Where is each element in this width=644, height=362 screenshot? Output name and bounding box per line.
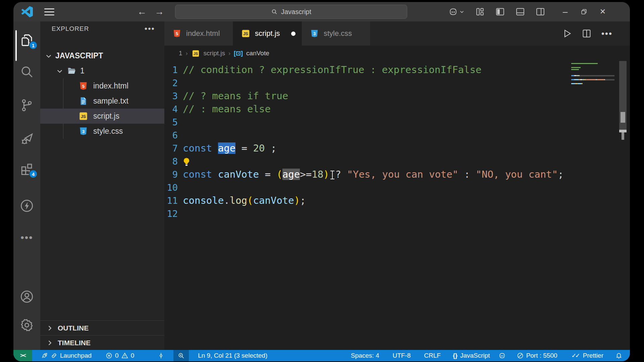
lightning-view-icon[interactable] — [19, 198, 35, 214]
account-icon[interactable] — [19, 289, 35, 305]
line-number: 9 — [164, 168, 178, 181]
eol-status[interactable]: CRLF — [420, 350, 445, 361]
tab-style-css[interactable]: 3 style.css — [302, 21, 371, 46]
code-token: canVote — [253, 195, 294, 206]
explorer-icon[interactable]: 1 — [19, 32, 35, 48]
code-line-12[interactable]: 12 — [164, 207, 630, 220]
code-token: ; — [300, 195, 306, 206]
code-token: // : means else — [183, 103, 271, 115]
file-row-style-css[interactable]: 3 style.css — [40, 124, 164, 139]
unsaved-changes-dot[interactable] — [291, 32, 296, 36]
explorer-more-actions-icon[interactable]: ••• — [145, 24, 155, 34]
settings-gear-icon[interactable] — [19, 317, 35, 333]
extensions-icon[interactable]: 4 — [19, 161, 35, 177]
menu-icon[interactable] — [44, 8, 54, 15]
file-row-script-js[interactable]: JS script.js — [40, 109, 164, 124]
double-check-icon: ✓✓ — [572, 352, 579, 359]
encoding-status[interactable]: UTF-8 — [388, 350, 415, 361]
code-line-3[interactable]: 3// ? means if true — [164, 89, 630, 103]
language-mode-status[interactable]: {} JavaScript — [448, 350, 494, 361]
customize-layout-icon[interactable] — [476, 7, 484, 16]
code-line-11[interactable]: 11console.log(canVote); — [164, 194, 630, 207]
editor-scrollbar[interactable] — [618, 61, 628, 350]
code-line-4[interactable]: 4// : means else — [164, 103, 630, 116]
copilot-status[interactable] — [494, 350, 510, 361]
folder-row[interactable]: 1 — [40, 63, 164, 78]
forward-arrow-button[interactable]: → — [154, 7, 164, 17]
launchpad-status[interactable]: Launchpad — [37, 350, 96, 361]
bell-icon — [615, 352, 622, 359]
run-file-icon[interactable] — [562, 29, 572, 38]
notifications-status[interactable] — [611, 350, 627, 361]
code-line-9[interactable]: 9const canVote = (age>=18)? "Yes, you ca… — [164, 168, 630, 181]
file-row-sample-txt[interactable]: sample.txt — [40, 94, 164, 109]
html-icon: 5 — [172, 29, 181, 38]
line-content — [178, 76, 183, 89]
js-icon: JS — [191, 50, 200, 57]
line-number: 2 — [164, 76, 178, 89]
line-number: 4 — [164, 103, 178, 116]
indentation-status[interactable]: Spaces: 4 — [346, 350, 384, 361]
error-icon — [106, 352, 112, 359]
breadcrumb-folder[interactable]: 1 — [179, 50, 182, 57]
error-count: 0 — [115, 352, 119, 359]
launchpad-label: Launchpad — [60, 352, 92, 359]
remote-indicator[interactable]: >< — [13, 350, 32, 361]
source-control-icon[interactable] — [19, 97, 35, 113]
close-button[interactable]: ✕ — [599, 8, 606, 15]
file-name: sample.txt — [93, 97, 128, 106]
search-view-icon[interactable] — [19, 64, 35, 80]
svg-text:5: 5 — [176, 31, 178, 36]
run-debug-icon[interactable] — [19, 131, 35, 147]
timeline-section[interactable]: TIMELINE — [40, 335, 164, 350]
toggle-primary-sidebar-icon[interactable] — [496, 7, 504, 16]
code-editor[interactable]: 1// condition ? expressionIfTrue : expre… — [164, 61, 630, 350]
file-row-index-html[interactable]: 5 index.html — [40, 78, 164, 94]
split-editor-icon[interactable] — [582, 29, 591, 38]
code-token: "Yes, you can vote" — [347, 169, 458, 180]
code-line-1[interactable]: 1// condition ? expressionIfTrue : expre… — [164, 63, 630, 76]
editor-more-actions-icon[interactable]: ••• — [601, 28, 612, 39]
toggle-panel-icon[interactable] — [516, 7, 525, 16]
prettier-status[interactable]: ✓✓ Prettier — [567, 350, 608, 361]
minimap[interactable] — [571, 62, 614, 87]
toggle-secondary-sidebar-icon[interactable] — [536, 7, 545, 16]
cursor-position-status[interactable]: Ln 9, Col 21 (3 selected) — [194, 350, 272, 361]
symbol-variable-icon: [⊡] — [234, 50, 243, 57]
lightbulb-icon[interactable] — [181, 157, 192, 167]
tab-script-js[interactable]: JS script.js — [233, 21, 302, 46]
live-server-port-status[interactable]: Port : 5500 — [513, 350, 562, 361]
code-line-6[interactable]: 6 — [164, 129, 630, 142]
zoom-indicator[interactable] — [173, 350, 189, 361]
more-views-icon[interactable]: ••• — [19, 230, 35, 246]
line-content: const canVote = (age>=18)? "Yes, you can… — [178, 168, 564, 181]
breadcrumb-file[interactable]: script.js — [204, 50, 225, 57]
breadcrumb-separator: › — [186, 50, 188, 57]
port-label: Port : 5500 — [526, 352, 557, 359]
back-arrow-button[interactable]: ← — [137, 7, 147, 17]
line-content — [178, 207, 183, 220]
workspace-row[interactable]: JAVASCRIPT — [40, 48, 164, 63]
indentation-label: Spaces: 4 — [351, 352, 379, 359]
command-center-search[interactable]: Javascript — [175, 5, 407, 19]
copilot-menu[interactable] — [449, 7, 464, 16]
code-line-2[interactable]: 2 — [164, 76, 630, 89]
code-line-10[interactable]: 10 — [164, 181, 630, 194]
rocket-icon — [41, 352, 48, 359]
breadcrumb-symbol[interactable]: canVote — [246, 50, 269, 57]
activity-bar: 1 — [13, 21, 40, 350]
restore-button[interactable] — [580, 8, 588, 15]
code-line-7[interactable]: 7const age = 20 ; — [164, 142, 630, 155]
code-line-8[interactable]: 8 — [164, 155, 630, 168]
search-value: Javascript — [281, 8, 311, 16]
code-token: ( — [276, 169, 282, 180]
outline-section[interactable]: OUTLINE — [40, 320, 164, 335]
line-content: // ? means if true — [178, 89, 288, 103]
ports-status[interactable] — [153, 350, 169, 361]
code-line-5[interactable]: 5 — [164, 116, 630, 129]
minimize-button[interactable]: – — [561, 8, 569, 15]
problems-status[interactable]: 0 0 — [101, 350, 139, 361]
tab-index-html[interactable]: 5 index.html — [164, 21, 233, 46]
css-icon: 3 — [79, 127, 88, 136]
copilot-icon — [449, 7, 458, 16]
